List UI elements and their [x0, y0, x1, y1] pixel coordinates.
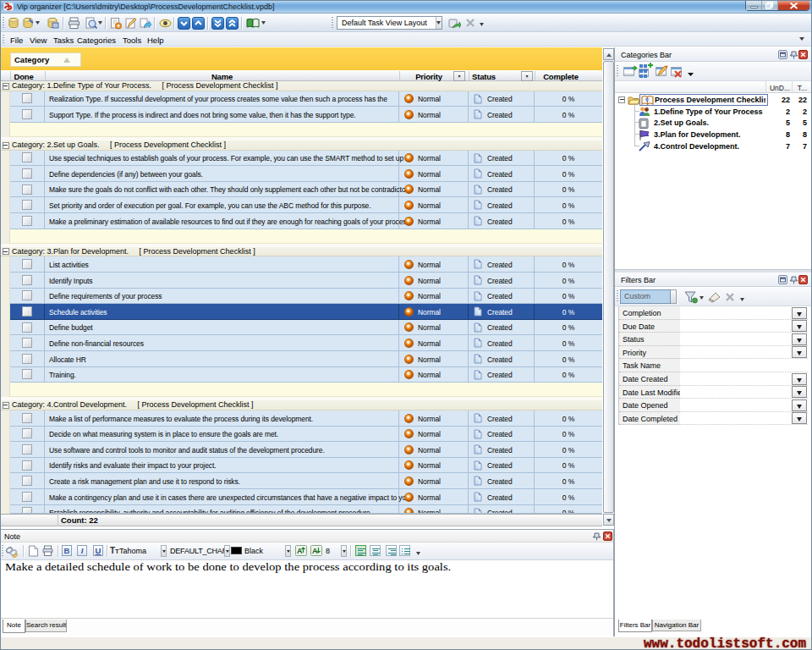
- svg-text:A: A: [297, 547, 303, 555]
